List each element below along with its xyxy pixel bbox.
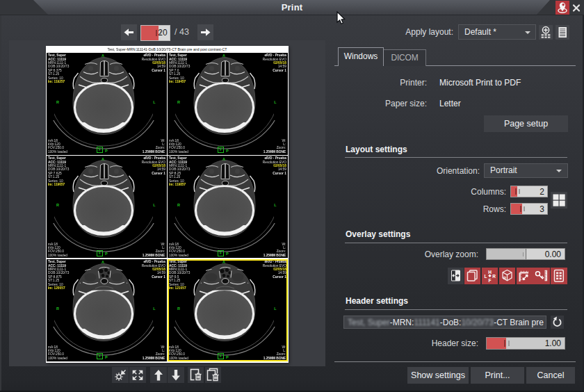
svg-text:L: L	[485, 274, 487, 279]
svg-text:F: F	[489, 278, 492, 283]
svg-text:R: R	[492, 274, 496, 279]
svg-text:H: H	[488, 270, 492, 275]
svg-text:R: R	[503, 276, 506, 280]
